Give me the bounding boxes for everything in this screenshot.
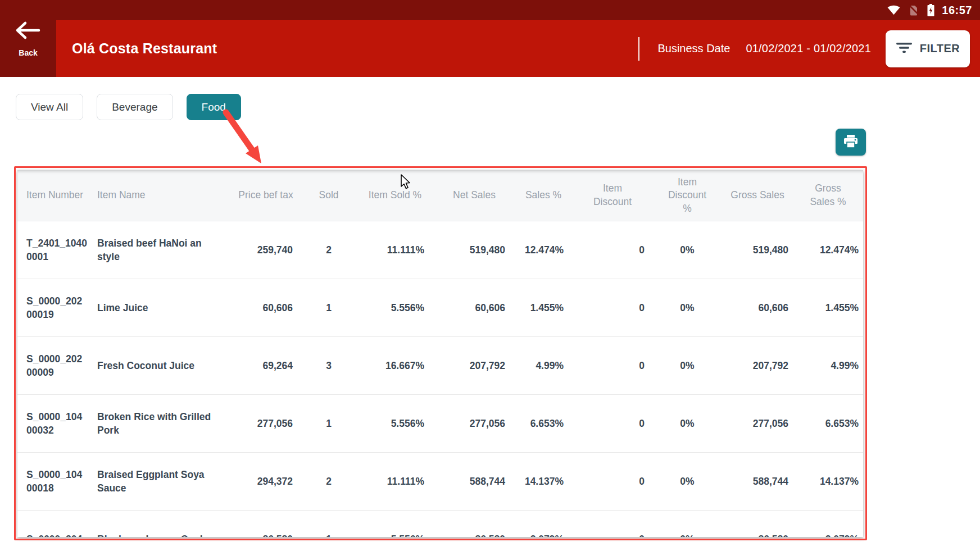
- cell-net-sales: 86,580: [434, 532, 514, 537]
- cell-item-number: S_0000_204: [17, 532, 96, 537]
- cell-sold: 1: [302, 417, 356, 431]
- app-header: Olá Costa Restaurant Business Date 01/02…: [0, 20, 980, 77]
- cell-gross-sales: 14.137%: [793, 475, 863, 489]
- tab-beverage[interactable]: Beverage: [97, 94, 173, 120]
- table-row: S_0000_104 00032Broken Rice with Grilled…: [17, 394, 863, 452]
- cell-price-bef-tax: 69,264: [230, 359, 302, 373]
- filter-list-icon: [896, 42, 913, 56]
- cell-item-name: Braised beef HaNoi an style: [96, 236, 230, 264]
- cell-gross-sales: 4.99%: [793, 359, 863, 373]
- cell-item-discount: 0: [573, 475, 652, 489]
- column-header-gross-sales[interactable]: Gross Sales %: [793, 170, 863, 221]
- cell-sales: 6.653%: [514, 417, 573, 431]
- column-header-label: Gross Sales: [731, 189, 784, 202]
- cell-item-discount: 0%: [652, 359, 722, 373]
- cell-net-sales: 207,792: [434, 359, 514, 373]
- cell-gross-sales: 277,056: [722, 417, 793, 431]
- cell-gross-sales: 2.079%: [793, 532, 863, 537]
- column-header-sold[interactable]: Sold: [302, 170, 356, 221]
- table-row: S_0000_204Blueberry Lemon Cool86,58015.5…: [17, 510, 863, 537]
- column-header-label: Gross Sales %: [802, 182, 855, 208]
- cell-item-number: S_0000_202 00009: [17, 352, 96, 380]
- column-header-item-discount[interactable]: Item Discount: [573, 170, 652, 221]
- filter-button[interactable]: FILTER: [886, 30, 970, 67]
- tab-food[interactable]: Food: [187, 94, 241, 120]
- cell-price-bef-tax: 60,606: [230, 301, 302, 315]
- cell-item-number: S_0000_104 00032: [17, 410, 96, 438]
- category-tabs: View AllBeverageFood: [16, 94, 241, 120]
- arrow-left-icon: [15, 20, 41, 43]
- cell-item-discount: 0: [573, 532, 652, 537]
- table-row: S_0000_202 00009Fresh Coconut Juice69,26…: [17, 336, 863, 394]
- column-header-item-name[interactable]: Item Name: [96, 170, 230, 221]
- cell-gross-sales: 6.653%: [793, 417, 863, 431]
- cell-item-name: Braised Eggplant Soya Sauce: [96, 468, 230, 495]
- column-header-price-bef-tax[interactable]: Price bef tax: [230, 170, 302, 221]
- cell-net-sales: 588,744: [434, 475, 514, 489]
- business-date-label: Business Date: [657, 42, 730, 55]
- cell-gross-sales: 86,580: [722, 532, 793, 537]
- business-date-value[interactable]: 01/02/2021 - 01/02/2021: [746, 42, 871, 55]
- cell-sales: 12.474%: [514, 243, 573, 257]
- column-header-item-discount[interactable]: Item Discount %: [652, 170, 722, 221]
- column-header-label: Item Discount: [588, 182, 637, 208]
- cell-price-bef-tax: 259,740: [230, 243, 302, 257]
- cell-item-discount: 0: [573, 301, 652, 315]
- cell-gross-sales: 519,480: [722, 243, 793, 257]
- cell-item-sold: 11.111%: [356, 475, 434, 489]
- cell-sales: 2.079%: [514, 532, 573, 537]
- column-header-net-sales[interactable]: Net Sales: [434, 170, 514, 221]
- back-button-label: Back: [19, 48, 37, 57]
- column-header-label: Sold: [319, 189, 338, 202]
- tab-view-all[interactable]: View All: [16, 94, 83, 120]
- header-separator: [638, 37, 639, 61]
- cell-item-number: S_0000_104 00018: [17, 468, 96, 495]
- column-header-item-number[interactable]: Item Number: [17, 170, 96, 221]
- cell-net-sales: 60,606: [434, 301, 514, 315]
- column-header-gross-sales[interactable]: Gross Sales: [722, 170, 793, 221]
- cell-item-name: Blueberry Lemon Cool: [96, 532, 230, 537]
- print-button[interactable]: [836, 129, 866, 156]
- cell-item-number: S_0000_202 00019: [17, 294, 96, 322]
- table-row: S_0000_202 00019Lime Juice60,60615.556%6…: [17, 279, 863, 336]
- cell-item-discount: 0: [573, 243, 652, 257]
- cell-gross-sales: 12.474%: [793, 243, 863, 257]
- printer-icon: [843, 134, 859, 151]
- cell-item-number: T_2401_1040 0001: [17, 236, 96, 264]
- column-header-item-sold[interactable]: Item Sold %: [356, 170, 434, 221]
- cell-item-discount: 0%: [652, 475, 722, 489]
- cell-price-bef-tax: 294,372: [230, 475, 302, 489]
- cell-item-discount: 0%: [652, 301, 722, 315]
- cell-sales: 14.137%: [514, 475, 573, 489]
- back-button[interactable]: Back: [0, 0, 56, 77]
- no-sim-icon: [908, 4, 920, 16]
- table-body: T_2401_1040 0001Braised beef HaNoi an st…: [17, 221, 863, 537]
- cell-gross-sales: 588,744: [722, 475, 793, 489]
- cell-item-discount: 0%: [652, 532, 722, 537]
- column-header-label: Item Name: [97, 189, 146, 202]
- status-bar: 16:57: [0, 0, 980, 20]
- cell-item-name: Fresh Coconut Juice: [96, 359, 230, 373]
- cell-item-sold: 5.556%: [356, 301, 434, 315]
- cell-sold: 2: [302, 243, 356, 257]
- wifi-icon: [887, 4, 901, 16]
- table-header-row: Item NumberItem NamePrice bef taxSoldIte…: [17, 170, 863, 221]
- table-row: T_2401_1040 0001Braised beef HaNoi an st…: [17, 221, 863, 279]
- cell-item-discount: 0%: [652, 243, 722, 257]
- cell-price-bef-tax: 277,056: [230, 417, 302, 431]
- cell-item-discount: 0%: [652, 417, 722, 431]
- column-header-sales[interactable]: Sales %: [514, 170, 573, 221]
- cell-sold: 1: [302, 301, 356, 315]
- column-header-label: Sales %: [525, 189, 561, 202]
- cell-sales: 4.99%: [514, 359, 573, 373]
- cell-net-sales: 519,480: [434, 243, 514, 257]
- cell-item-name: Lime Juice: [96, 301, 230, 315]
- cell-sold: 1: [302, 532, 356, 537]
- column-header-label: Price bef tax: [238, 189, 293, 202]
- cell-sold: 3: [302, 359, 356, 373]
- column-header-label: Item Discount %: [663, 176, 712, 216]
- cell-item-discount: 0: [573, 359, 652, 373]
- column-header-label: Item Number: [26, 189, 83, 202]
- page-title: Olá Costa Restaurant: [72, 20, 217, 77]
- column-header-label: Item Sold %: [369, 189, 421, 202]
